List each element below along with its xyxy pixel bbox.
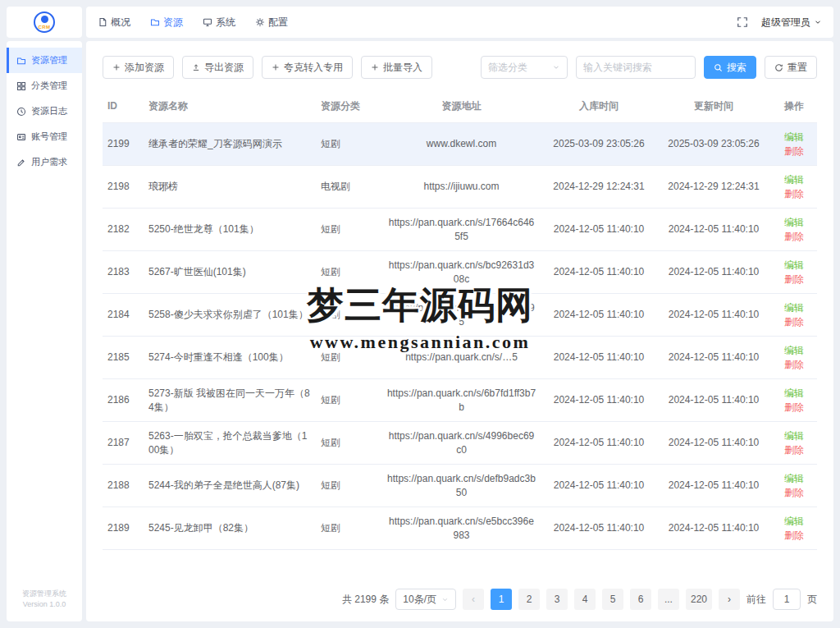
cell-name: 5245-见龙卸甲（82集） <box>144 515 316 542</box>
edit-link[interactable]: 编辑 <box>776 216 812 230</box>
cell-url: https://pan.quark.cn/s/4996bec69c0 <box>381 423 541 464</box>
cell-category: 短剧 <box>316 429 381 456</box>
search-button[interactable]: 搜索 <box>704 56 756 79</box>
edit-link[interactable]: 编辑 <box>776 131 812 144</box>
cell-updated: 2024-12-05 11:40:10 <box>656 472 771 499</box>
delete-link[interactable]: 删除 <box>776 401 812 415</box>
col-ops: 操作 <box>771 93 817 120</box>
total-count: 共 2199 条 <box>342 593 389 607</box>
nav-overview[interactable]: 概况 <box>98 16 130 30</box>
col-url: 资源地址 <box>381 93 541 120</box>
delete-link[interactable]: 删除 <box>776 486 812 500</box>
crm-logo-icon: CRM <box>34 11 55 33</box>
more-pages-button[interactable]: ... <box>658 589 679 610</box>
page-button-6[interactable]: 6 <box>630 589 651 610</box>
edit-link[interactable]: 编辑 <box>776 429 812 443</box>
cell-created: 2024-12-05 11:40:10 <box>541 429 656 456</box>
goto-page-input[interactable] <box>773 589 801 610</box>
edit-link[interactable]: 编辑 <box>776 387 812 401</box>
edit-link[interactable]: 编辑 <box>776 259 812 273</box>
nav-label: 资源 <box>163 16 183 30</box>
cell-created: 2024-12-05 11:40:10 <box>541 259 656 286</box>
cell-category: 短剧 <box>316 387 381 414</box>
cell-url: https://pan.quark.cn/s/17664c6465f5 <box>381 209 541 250</box>
page-button-2[interactable]: 2 <box>518 589 540 610</box>
category-filter-select[interactable]: 筛选分类 <box>481 56 568 79</box>
toolbar: 添加资源 导出资源 夸克转入专用 批量导入 筛选分类 搜索 <box>103 56 817 79</box>
table-row: 2199 继承者的荣耀_刀客源码网演示 短剧 www.dkewl.com 202… <box>103 123 817 166</box>
prev-page-button[interactable]: ‹ <box>463 589 484 610</box>
nav-resources[interactable]: 资源 <box>150 16 183 30</box>
delete-link[interactable]: 删除 <box>776 443 812 457</box>
delete-link[interactable]: 删除 <box>776 315 812 329</box>
main-content: 添加资源 导出资源 夸克转入专用 批量导入 筛选分类 搜索 <box>86 41 833 621</box>
cell-name: 5273-新版 我被困在同一天一万年（84集） <box>144 380 316 421</box>
edit-link[interactable]: 编辑 <box>776 173 812 187</box>
cell-category: 短剧 <box>316 301 381 328</box>
folder-icon <box>16 56 26 66</box>
quark-import-button[interactable]: 夸克转入专用 <box>262 56 353 79</box>
sidebar-item-resource-log[interactable]: 资源日志 <box>7 99 82 124</box>
top-navbar: 概况 资源 系统 配置 超级管理员 <box>86 7 833 38</box>
cell-updated: 2024-12-05 11:40:10 <box>656 515 771 542</box>
cell-name: 5263-一胎双宝，抢个总裁当爹地（100集） <box>144 423 316 464</box>
delete-link[interactable]: 删除 <box>776 187 812 201</box>
sidebar-item-user-requests[interactable]: 用户需求 <box>7 149 82 175</box>
gear-icon <box>255 17 265 27</box>
page-size-select[interactable]: 10条/页 <box>395 589 456 610</box>
cell-category: 短剧 <box>316 131 381 158</box>
clock-icon <box>16 107 26 117</box>
cell-created: 2024-12-05 11:40:10 <box>541 301 656 328</box>
delete-link[interactable]: 删除 <box>776 144 812 158</box>
page-button-4[interactable]: 4 <box>574 589 596 610</box>
next-page-button[interactable]: › <box>719 589 740 610</box>
cell-updated: 2024-12-05 11:40:10 <box>656 259 771 286</box>
delete-link[interactable]: 删除 <box>776 230 812 244</box>
delete-link[interactable]: 删除 <box>776 273 812 286</box>
page-button-220[interactable]: 220 <box>686 589 712 610</box>
export-resource-button[interactable]: 导出资源 <box>182 56 253 79</box>
add-resource-button[interactable]: 添加资源 <box>103 56 174 79</box>
cell-name: 琅琊榜 <box>144 173 316 200</box>
cell-updated: 2024-12-05 11:40:10 <box>656 216 771 243</box>
delete-link[interactable]: 删除 <box>776 358 812 372</box>
table-row: 2188 5244-我的弟子全是绝世高人(87集) 短剧 https://pan… <box>103 465 817 507</box>
table-row: 2187 5263-一胎双宝，抢个总裁当爹地（100集） 短剧 https://… <box>103 422 817 465</box>
edit-link[interactable]: 编辑 <box>776 515 812 529</box>
cell-category: 短剧 <box>316 515 381 542</box>
edit-link[interactable]: 编辑 <box>776 472 812 486</box>
table-row: 2189 5245-见龙卸甲（82集） 短剧 https://pan.quark… <box>103 507 817 550</box>
batch-import-button[interactable]: 批量导入 <box>361 56 432 79</box>
delete-link[interactable]: 删除 <box>776 529 812 543</box>
sidebar-item-category-management[interactable]: 分类管理 <box>7 73 82 99</box>
col-category: 资源分类 <box>316 93 381 120</box>
grid-icon <box>16 81 26 91</box>
edit-link[interactable]: 编辑 <box>776 301 812 315</box>
page-suffix: 页 <box>807 593 817 607</box>
reset-button[interactable]: 重置 <box>765 56 817 79</box>
cell-name: 5267-旷世医仙(101集) <box>144 259 316 286</box>
nav-config[interactable]: 配置 <box>255 16 288 30</box>
cell-id: 2187 <box>103 429 144 456</box>
keyword-search-input[interactable] <box>576 56 696 79</box>
plus-icon <box>272 63 280 71</box>
table-row: 2184 5258-傻少夫求求你别虐了（101集） 短剧 https://pan… <box>103 294 817 337</box>
cell-category: 短剧 <box>316 472 381 499</box>
fullscreen-icon[interactable] <box>737 16 748 28</box>
sidebar-item-label: 账号管理 <box>31 131 67 143</box>
sidebar-item-account-management[interactable]: 账号管理 <box>7 124 82 149</box>
sidebar-item-resource-management[interactable]: 资源管理 <box>7 48 82 73</box>
folder-icon <box>150 17 160 27</box>
page-button-1[interactable]: 1 <box>491 589 512 610</box>
nav-system[interactable]: 系统 <box>203 16 235 30</box>
page-button-3[interactable]: 3 <box>546 589 568 610</box>
user-menu[interactable]: 超级管理员 <box>761 16 822 30</box>
col-id: ID <box>103 93 144 120</box>
cell-id: 2183 <box>103 259 144 286</box>
edit-link[interactable]: 编辑 <box>776 344 812 358</box>
col-updated: 更新时间 <box>656 93 771 120</box>
cell-id: 2198 <box>103 173 144 200</box>
cell-category: 短剧 <box>316 216 381 243</box>
page-button-5[interactable]: 5 <box>602 589 623 610</box>
chevron-down-icon <box>552 63 560 71</box>
